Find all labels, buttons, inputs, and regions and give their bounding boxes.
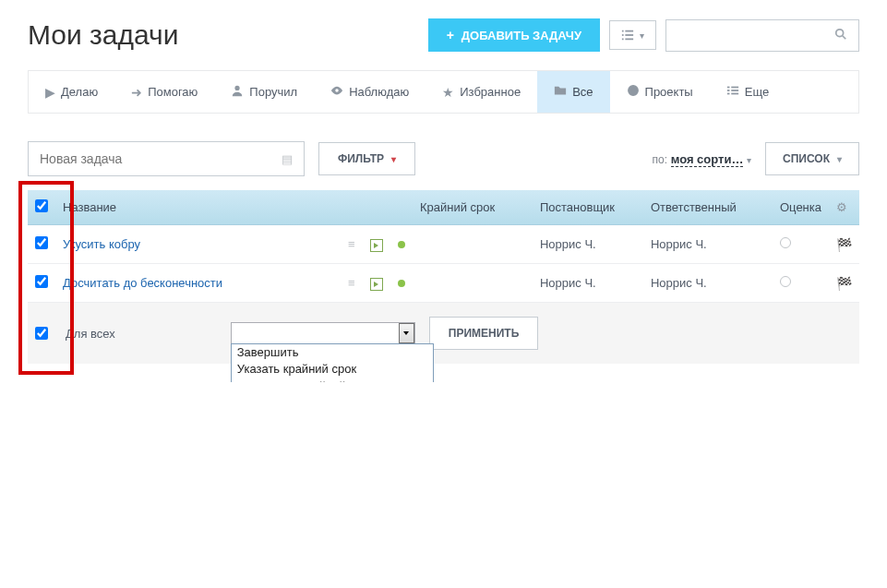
finish-flag-icon[interactable]: 🏁 <box>836 237 852 252</box>
search-icon <box>834 28 847 43</box>
select-all-checkbox[interactable] <box>35 199 48 212</box>
col-name[interactable]: Название <box>55 190 341 225</box>
task-link[interactable]: Досчитать до бесконечности <box>63 276 222 290</box>
tab-projects[interactable]: Проекты <box>610 71 710 113</box>
bulk-action-dropdown: Завершить Указать крайний срок Перенести… <box>231 343 434 382</box>
assignee-cell: Норрис Ч. <box>643 264 773 303</box>
svg-rect-5 <box>625 39 633 41</box>
tab-watching[interactable]: Наблюдаю <box>314 71 426 113</box>
add-task-button[interactable]: + ДОБАВИТЬ ЗАДАЧУ <box>428 18 600 52</box>
svg-rect-0 <box>622 30 624 32</box>
chevron-down-icon: ▾ <box>747 155 751 165</box>
drag-icon[interactable]: ≡ <box>348 276 355 290</box>
list-view-button[interactable]: СПИСОК ▾ <box>765 142 859 175</box>
for-all-checkbox[interactable] <box>35 327 48 340</box>
rating-circle-icon[interactable] <box>780 276 791 287</box>
status-dot-icon <box>398 241 405 248</box>
tab-assigned[interactable]: Поручил <box>214 71 314 113</box>
svg-rect-15 <box>727 93 730 95</box>
creator-cell: Норрис Ч. <box>533 264 643 303</box>
tab-helping[interactable]: ➜Помогаю <box>114 71 214 113</box>
tab-favorites[interactable]: ★Избранное <box>426 71 537 113</box>
target-icon <box>627 84 640 100</box>
svg-rect-4 <box>622 39 624 41</box>
for-all-label: Для всех <box>66 327 115 341</box>
play-icon: ▶ <box>45 85 55 100</box>
list-icon <box>621 29 634 42</box>
eye-icon <box>330 84 343 100</box>
svg-line-7 <box>843 35 846 39</box>
table-row: Укусить кобру ≡ Норрис Ч. Норрис Ч. 🏁 <box>28 225 859 264</box>
svg-rect-14 <box>731 90 738 91</box>
drag-icon[interactable]: ≡ <box>348 237 355 251</box>
add-task-label: ДОБАВИТЬ ЗАДАЧУ <box>461 29 581 42</box>
bulk-option[interactable]: Завершить <box>232 344 433 361</box>
chevron-down-icon: ▾ <box>837 154 842 164</box>
plus-icon: + <box>447 28 454 42</box>
task-table: Название Крайний срок Постановщик Ответс… <box>28 190 859 303</box>
col-creator[interactable]: Постановщик <box>533 190 643 225</box>
filter-button[interactable]: ФИЛЬТР ▾ <box>318 142 415 175</box>
person-icon <box>231 84 244 100</box>
svg-rect-11 <box>727 87 730 89</box>
tab-bar: ▶Делаю ➜Помогаю Поручил Наблюдаю ★Избран… <box>28 70 859 114</box>
sort-control[interactable]: по: моя сорти… ▾ <box>653 152 751 166</box>
tab-doing[interactable]: ▶Делаю <box>29 71 114 113</box>
svg-rect-3 <box>625 34 633 36</box>
chevron-down-icon: ▾ <box>391 154 396 164</box>
row-checkbox[interactable] <box>35 236 48 249</box>
bulk-action-select[interactable] <box>231 322 415 344</box>
col-deadline[interactable]: Крайний срок <box>413 190 533 225</box>
start-icon[interactable] <box>370 278 383 291</box>
svg-rect-16 <box>731 93 738 95</box>
bulk-option[interactable]: Указать крайний срок <box>232 361 433 378</box>
start-icon[interactable] <box>370 239 383 252</box>
rating-circle-icon[interactable] <box>780 237 791 248</box>
bulk-action-bar: Для всех Завершить Указать крайний срок … <box>28 303 859 364</box>
arrow-icon: ➜ <box>131 85 142 100</box>
search-box[interactable] <box>665 19 859 52</box>
svg-point-6 <box>836 29 844 36</box>
svg-point-10 <box>631 89 635 92</box>
table-row: Досчитать до бесконечности ≡ Норрис Ч. Н… <box>28 264 859 303</box>
svg-point-8 <box>235 86 240 90</box>
col-assignee[interactable]: Ответственный <box>643 190 773 225</box>
svg-rect-2 <box>622 34 624 36</box>
new-task-input-wrap[interactable]: ▤ <box>28 141 305 176</box>
more-icon <box>726 84 739 100</box>
gear-icon[interactable]: ⚙ <box>836 200 847 214</box>
tab-all[interactable]: Все <box>537 71 609 113</box>
svg-rect-13 <box>727 90 730 91</box>
row-checkbox[interactable] <box>35 275 48 288</box>
finish-flag-icon[interactable]: 🏁 <box>836 276 852 291</box>
page-title: Мои задачи <box>28 19 178 51</box>
col-rating[interactable]: Оценка <box>773 190 829 225</box>
apply-button[interactable]: ПРИМЕНИТЬ <box>429 317 539 350</box>
status-dot-icon <box>398 280 405 287</box>
svg-rect-12 <box>731 87 738 89</box>
view-options-button[interactable]: ▾ <box>609 20 656 50</box>
bulk-option[interactable]: Перенести крайний срок вперед <box>232 378 433 383</box>
task-link[interactable]: Укусить кобру <box>63 237 140 251</box>
search-input[interactable] <box>677 29 834 42</box>
new-task-input[interactable] <box>40 151 282 166</box>
tab-more[interactable]: Еще <box>710 71 785 113</box>
creator-cell: Норрис Ч. <box>533 225 643 264</box>
form-icon: ▤ <box>282 152 293 166</box>
star-icon: ★ <box>442 85 454 100</box>
assignee-cell: Норрис Ч. <box>643 225 773 264</box>
chevron-down-icon: ▾ <box>640 30 644 41</box>
svg-rect-1 <box>625 30 633 32</box>
dropdown-arrow-icon[interactable] <box>399 323 414 343</box>
folder-icon <box>554 84 567 100</box>
